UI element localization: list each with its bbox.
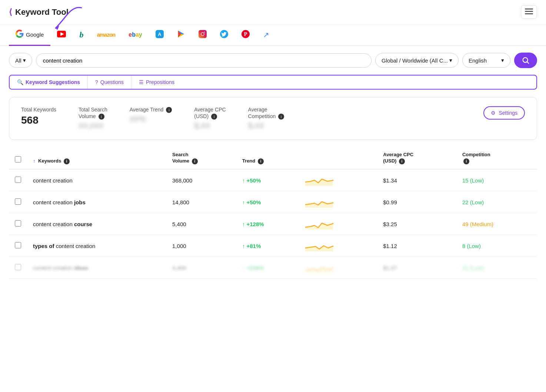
- avg-cpc-label: Average CPC(USD) i: [194, 106, 226, 120]
- amazon-icon: amazon: [97, 31, 115, 38]
- table-row: content creation ideas 4,400 ↑ +238% $1.…: [9, 257, 537, 279]
- search-volume-info-icon[interactable]: i: [192, 158, 198, 164]
- row3-sparkline: [299, 213, 377, 235]
- avg-cpc-col-info-icon[interactable]: i: [399, 158, 405, 164]
- pinterest-icon: P: [242, 30, 250, 39]
- competition-info-icon[interactable]: i: [463, 158, 469, 164]
- svg-rect-0: [525, 9, 533, 10]
- sort-icon: ↑: [33, 158, 36, 164]
- avg-cpc-value: $.##: [194, 121, 226, 131]
- keyword-suggestions-label: Keyword Suggestions: [26, 79, 80, 85]
- location-label: Global / Worldwide (All C...: [382, 57, 448, 64]
- row2-cpc: $0.99: [377, 191, 456, 213]
- svg-rect-1: [525, 11, 533, 12]
- row2-sparkline: [299, 191, 377, 213]
- platform-tab-ebay[interactable]: ebay: [122, 26, 149, 44]
- trend-info-icon[interactable]: i: [258, 158, 264, 164]
- language-dropdown[interactable]: English ▾: [462, 53, 510, 68]
- table-row: content creation jobs 14,800 ↑ +50% $0.9…: [9, 191, 537, 213]
- row5-cpc: $1.07: [377, 257, 456, 279]
- row4-checkbox[interactable]: [9, 235, 27, 257]
- table-header-row: ↑ Keywords i SearchVolume i Trend i Aver…: [9, 147, 537, 169]
- total-search-volume-info-icon[interactable]: i: [99, 114, 104, 120]
- row1-competition: 15 (Low): [456, 169, 537, 191]
- filter-label: All: [15, 57, 21, 64]
- questions-icon: ?: [95, 79, 98, 85]
- questions-label: Questions: [100, 79, 124, 85]
- row3-keyword: content creation course: [27, 213, 166, 235]
- th-sparkline: [299, 147, 377, 169]
- search-bar: All ▾ Global / Worldwide (All C... ▾ Eng…: [0, 46, 546, 75]
- logo-icon: ⟨: [9, 7, 12, 17]
- svg-point-14: [204, 32, 205, 33]
- filter-dropdown[interactable]: All ▾: [9, 53, 32, 68]
- subtabs-container: 🔍 Keyword Suggestions ? Questions ☰ Prep…: [0, 75, 546, 97]
- stat-total-keywords: Total Keywords 568: [21, 106, 56, 126]
- prepositions-label: Prepositions: [146, 79, 174, 85]
- row4-trend: ↑ +81%: [236, 235, 299, 257]
- subtab-keyword-suggestions[interactable]: 🔍 Keyword Suggestions: [10, 76, 88, 89]
- platform-tab-pinterest[interactable]: P: [235, 25, 256, 46]
- keywords-table-element: ↑ Keywords i SearchVolume i Trend i Aver…: [9, 147, 537, 279]
- google-icon: [16, 30, 24, 40]
- platform-tab-amazon[interactable]: amazon: [90, 26, 122, 44]
- th-avg-cpc: Average CPC(USD) i: [377, 147, 456, 169]
- settings-icon: ⚙: [491, 110, 496, 116]
- row5-sparkline: [299, 257, 377, 279]
- svg-marker-24: [305, 267, 333, 273]
- row5-checkbox[interactable]: [9, 257, 27, 279]
- th-search-volume: SearchVolume i: [166, 147, 236, 169]
- platform-tab-google[interactable]: Google: [9, 24, 50, 46]
- platform-tab-twitter[interactable]: [213, 25, 235, 46]
- row2-search-volume: 14,800: [166, 191, 236, 213]
- ebay-icon: ebay: [129, 31, 142, 38]
- row5-competition: 21 (Low): [456, 257, 537, 279]
- stat-avg-cpc: Average CPC(USD) i $.##: [194, 106, 226, 131]
- platform-tab-googleplay[interactable]: [170, 25, 192, 46]
- arrow-annotation: [52, 4, 85, 33]
- row1-sparkline: [299, 169, 377, 191]
- instagram-icon: [199, 30, 207, 39]
- row4-keyword: types of content creation: [27, 235, 166, 257]
- svg-marker-20: [305, 179, 333, 186]
- platform-tab-trends[interactable]: ↗: [256, 25, 276, 46]
- stat-avg-trend: Average Trend i ##%: [130, 106, 172, 124]
- row2-checkbox[interactable]: [9, 191, 27, 213]
- th-trend: Trend i: [236, 147, 299, 169]
- google-label: Google: [26, 31, 44, 38]
- subtab-questions[interactable]: ? Questions: [88, 76, 131, 89]
- row3-checkbox[interactable]: [9, 213, 27, 235]
- avg-trend-value: ##%: [130, 114, 172, 124]
- subtabs: 🔍 Keyword Suggestions ? Questions ☰ Prep…: [9, 75, 537, 90]
- settings-button[interactable]: ⚙ Settings: [483, 106, 525, 120]
- search-button[interactable]: [514, 53, 537, 68]
- filter-arrow: ▾: [23, 57, 26, 64]
- avg-competition-value: $.##: [248, 121, 284, 131]
- menu-button[interactable]: [521, 5, 537, 19]
- svg-text:P: P: [244, 31, 247, 37]
- location-arrow: ▾: [449, 57, 452, 64]
- select-all-checkbox[interactable]: [15, 156, 21, 163]
- row3-competition: 49 (Medium): [456, 213, 537, 235]
- keywords-table: ↑ Keywords i SearchVolume i Trend i Aver…: [9, 147, 537, 279]
- search-input[interactable]: [36, 53, 372, 68]
- avg-trend-label: Average Trend i: [130, 106, 172, 113]
- platform-tab-instagram[interactable]: [192, 25, 213, 46]
- avg-cpc-info-icon[interactable]: i: [211, 114, 217, 120]
- platform-tab-appstore[interactable]: A: [149, 25, 170, 46]
- keyword-suggestions-icon: 🔍: [17, 79, 23, 85]
- keywords-info-icon[interactable]: i: [64, 158, 70, 164]
- location-dropdown[interactable]: Global / Worldwide (All C... ▾: [375, 53, 459, 68]
- avg-trend-info-icon[interactable]: i: [166, 107, 172, 113]
- th-checkbox: [9, 147, 27, 169]
- row4-search-volume: 1,000: [166, 235, 236, 257]
- stat-total-search-volume: Total SearchVolume i ##,###: [79, 106, 107, 131]
- row1-checkbox[interactable]: [9, 169, 27, 191]
- subtab-prepositions[interactable]: ☰ Prepositions: [131, 76, 182, 89]
- table-row: content creation 368,000 ↑ +50% $1.34 15…: [9, 169, 537, 191]
- svg-rect-12: [199, 30, 207, 38]
- row5-search-volume: 4,400: [166, 257, 236, 279]
- row1-cpc: $1.34: [377, 169, 456, 191]
- row1-trend: ↑ +50%: [236, 169, 299, 191]
- avg-competition-info-icon[interactable]: i: [278, 114, 284, 120]
